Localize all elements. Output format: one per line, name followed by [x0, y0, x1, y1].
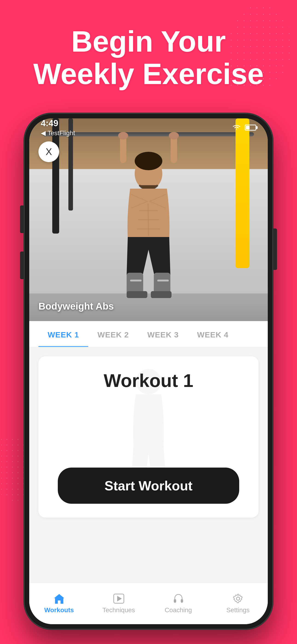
- hero-title: Begin Your Weekly Exercise: [19, 25, 278, 90]
- nav-item-workouts[interactable]: Workouts: [29, 583, 89, 624]
- svg-rect-11: [127, 291, 147, 298]
- workout-card: Workout 1 Start Workout: [38, 356, 258, 518]
- workout-image-label: Bodyweight Abs: [38, 301, 114, 312]
- trx-strap: [236, 118, 249, 268]
- nav-label-coaching: Coaching: [164, 606, 192, 614]
- svg-rect-13: [151, 291, 172, 298]
- workout-card-title: Workout 1: [104, 370, 194, 391]
- athlete-pullup-svg: [82, 123, 215, 312]
- start-workout-button[interactable]: Start Workout: [58, 468, 239, 504]
- status-time: 4:49: [41, 118, 75, 128]
- content-area: Workout 1 Start Workout: [29, 347, 268, 583]
- home-icon: [53, 593, 65, 604]
- week-tab-4[interactable]: WEEK 4: [188, 321, 238, 347]
- svg-rect-14: [130, 280, 142, 282]
- week-tab-2[interactable]: WEEK 2: [88, 321, 138, 347]
- nav-label-workouts: Workouts: [44, 606, 74, 614]
- close-button[interactable]: X: [38, 142, 59, 162]
- svg-marker-20: [117, 596, 122, 602]
- status-right: [232, 124, 256, 131]
- week-tab-1[interactable]: WEEK 1: [38, 321, 88, 347]
- week-tabs: WEEK 1 WEEK 2 WEEK 3 WEEK 4: [29, 321, 268, 347]
- workout-hero-image: X Bodyweight Abs: [29, 118, 268, 321]
- svg-point-23: [236, 597, 240, 600]
- nav-label-settings: Settings: [226, 606, 250, 614]
- gym-scene: [29, 118, 268, 321]
- battery-fill: [246, 126, 250, 130]
- status-bar: 4:49 ◀ TestFlight: [29, 118, 268, 137]
- svg-point-5: [135, 152, 162, 170]
- nav-item-coaching[interactable]: Coaching: [148, 583, 208, 624]
- svg-rect-21: [174, 599, 176, 603]
- nav-item-techniques[interactable]: Techniques: [89, 583, 148, 624]
- week-tab-3[interactable]: WEEK 3: [138, 321, 188, 347]
- close-icon-label: X: [46, 146, 52, 157]
- battery-icon: [245, 124, 256, 130]
- status-back-label[interactable]: ◀ TestFlight: [41, 129, 75, 137]
- svg-rect-15: [157, 280, 169, 282]
- bottom-nav: Workouts Techniques: [29, 583, 268, 624]
- hero-heading: Begin Your Weekly Exercise: [33, 25, 264, 90]
- play-icon: [113, 593, 125, 604]
- wifi-icon: [232, 124, 241, 131]
- phone-screen: X Bodyweight Abs WEEK 1 WEEK 2 WEEK 3 WE…: [29, 118, 268, 624]
- nav-item-settings[interactable]: Settings: [208, 583, 268, 624]
- headphones-icon: [172, 593, 184, 604]
- settings-icon: [232, 593, 244, 604]
- phone-container: 4:49 ◀ TestFlight: [24, 113, 273, 629]
- nav-label-techniques: Techniques: [102, 606, 135, 614]
- svg-line-9: [148, 204, 148, 236]
- svg-rect-22: [181, 599, 183, 603]
- phone-frame: 4:49 ◀ TestFlight: [24, 113, 273, 629]
